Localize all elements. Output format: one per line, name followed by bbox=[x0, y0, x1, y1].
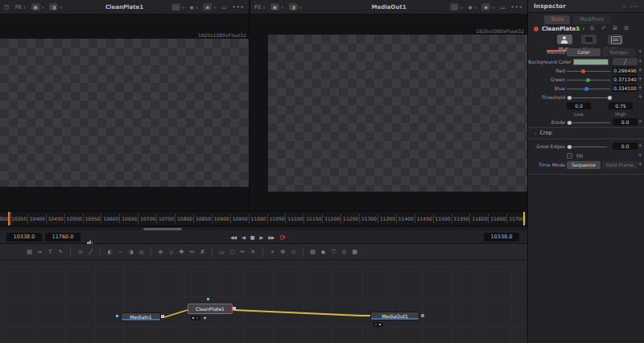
threshold-high-field[interactable]: 0.75 bbox=[609, 102, 633, 110]
playhead[interactable] bbox=[8, 212, 10, 225]
option-dropdown[interactable]: ▪∨ bbox=[203, 3, 217, 10]
lock-icon[interactable]: ⊠ bbox=[613, 25, 617, 31]
node-editor[interactable]: MediaIn1 CleanPlate1 MediaOut1 ▾ bbox=[0, 260, 527, 343]
renderer-3d-tool-icon[interactable]: ▦ bbox=[351, 247, 359, 257]
erode-value-field[interactable]: 0.0 bbox=[613, 118, 638, 126]
blue-slider[interactable] bbox=[567, 89, 610, 89]
node-color-indicator[interactable] bbox=[576, 27, 580, 31]
cleanplate1-expand-icon[interactable]: ▾ bbox=[204, 316, 206, 320]
time-mode-sequence-button[interactable]: Sequence bbox=[567, 161, 601, 169]
shape-3d-tool-icon[interactable]: ◆ bbox=[320, 247, 328, 257]
mediain1-output-port[interactable] bbox=[161, 315, 164, 318]
mediaout1-viewer-indicator[interactable] bbox=[373, 322, 383, 327]
render-range-end-field[interactable]: 11760.0 bbox=[45, 233, 80, 242]
inspector-menu-icon[interactable]: ••• bbox=[630, 3, 638, 9]
polygon-mask-tool-icon[interactable]: ✏ bbox=[239, 247, 247, 257]
zoom-fit-dropdown[interactable]: Fit∨ bbox=[15, 4, 27, 10]
expand-arrow-icon[interactable]: › bbox=[567, 59, 568, 64]
green-slider-handle[interactable] bbox=[586, 78, 590, 82]
expand-viewer-button[interactable]: ▭ bbox=[500, 4, 506, 10]
keyframe-plus-icon[interactable]: + bbox=[638, 118, 642, 125]
loop-button[interactable]: ⟳ bbox=[279, 233, 286, 242]
node-enable-toggle[interactable] bbox=[534, 27, 539, 31]
grow-edges-slider[interactable] bbox=[567, 147, 607, 147]
erode-slider-handle[interactable] bbox=[568, 121, 572, 125]
threshold-low-handle[interactable] bbox=[568, 96, 572, 100]
camera-3d-tool-icon[interactable]: ⊙ bbox=[341, 247, 349, 257]
mediaout1-output-port[interactable] bbox=[421, 314, 424, 317]
render-range-end-marker[interactable] bbox=[523, 212, 525, 225]
chevron-down-icon[interactable]: ∨ bbox=[582, 26, 585, 31]
erode-slider[interactable] bbox=[567, 122, 610, 123]
edit-icon[interactable]: ✐ bbox=[601, 25, 606, 31]
text-tool-icon[interactable]: T bbox=[47, 247, 55, 257]
timeline-ruler[interactable]: 1030010350104001045010500105501060010650… bbox=[0, 212, 527, 226]
transform-tool-icon[interactable]: ✚ bbox=[178, 247, 186, 257]
node-cleanplate1[interactable]: CleanPlate1 bbox=[188, 304, 233, 314]
blur-tool-icon[interactable]: ◎ bbox=[138, 247, 146, 257]
viewer-right-canvas[interactable] bbox=[268, 35, 527, 192]
green-value-field[interactable]: 0.371340 bbox=[613, 76, 638, 83]
keyframe-plus-icon[interactable]: + bbox=[638, 143, 642, 149]
viewer-layout-icon[interactable]: ◫ bbox=[4, 4, 10, 10]
red-slider-handle[interactable] bbox=[581, 69, 585, 73]
color-swatch[interactable] bbox=[573, 59, 609, 65]
keyframe-plus-icon[interactable]: + bbox=[638, 152, 642, 159]
delta-keyer-tool-icon[interactable]: ◇ bbox=[290, 247, 298, 257]
channel-dropdown[interactable]: ▢∨ bbox=[171, 3, 185, 10]
fastnoise-tool-icon[interactable]: ≈ bbox=[36, 247, 44, 257]
tab-modifiers[interactable]: Modifiers bbox=[573, 15, 610, 24]
method-ranges-button[interactable]: Ranges bbox=[602, 48, 636, 56]
image-plane-3d-tool-icon[interactable]: ▤ bbox=[309, 247, 317, 257]
lut-dropdown[interactable]: ◉∨ bbox=[189, 4, 198, 10]
tab-tools[interactable]: Tools bbox=[544, 15, 570, 24]
goto-start-button[interactable]: ◀◀ bbox=[230, 234, 236, 240]
ellipse-mask-tool-icon[interactable]: ○ bbox=[229, 247, 237, 257]
node-mediaout1[interactable]: MediaOut1 bbox=[370, 312, 419, 320]
keyframe-plus-icon[interactable]: + bbox=[638, 76, 642, 82]
stop-button[interactable]: ■ bbox=[250, 234, 254, 240]
time-speed-tool-icon[interactable]: ◷ bbox=[76, 247, 85, 257]
split-view-dropdown[interactable]: ◨∨ bbox=[49, 3, 63, 10]
planar-tracker-tool-icon[interactable]: ✜ bbox=[279, 247, 287, 257]
option-dropdown[interactable]: ▪∨ bbox=[481, 3, 495, 10]
grow-edges-value-field[interactable]: 0.0 bbox=[613, 143, 638, 150]
viewer-options-menu[interactable]: ••• bbox=[511, 4, 523, 10]
play-reverse-button[interactable]: ◀ bbox=[242, 234, 245, 240]
crop-section-header[interactable]: ›Crop bbox=[528, 130, 644, 138]
blue-slider-handle[interactable] bbox=[584, 87, 588, 91]
expand-viewer-button[interactable]: ▭ bbox=[221, 4, 228, 10]
crop-tool-icon[interactable]: # bbox=[199, 247, 207, 257]
hue-curves-tool-icon[interactable]: ~ bbox=[117, 247, 125, 257]
blue-value-field[interactable]: 0.334100 bbox=[613, 85, 638, 92]
viewer-options-menu[interactable]: ••• bbox=[233, 4, 245, 10]
keyframe-plus-icon[interactable]: + bbox=[638, 85, 642, 91]
keyframe-plus-icon[interactable]: + bbox=[638, 93, 642, 100]
green-slider[interactable] bbox=[567, 80, 610, 81]
paint-tool-icon[interactable]: ✎ bbox=[57, 247, 65, 257]
rectangle-mask-tool-icon[interactable]: ▭ bbox=[218, 247, 226, 257]
red-value-field[interactable]: 0.296496 bbox=[613, 67, 638, 74]
merge-tool-icon[interactable]: ⊕ bbox=[157, 247, 165, 257]
goto-end-button[interactable]: ▶▶ bbox=[268, 234, 274, 240]
copy-icon[interactable]: ⧉ bbox=[590, 25, 594, 31]
keyframe-plus-icon[interactable]: + bbox=[638, 48, 642, 55]
keyframe-plus-icon[interactable]: + bbox=[638, 161, 642, 167]
buffer-dropdown[interactable]: ▣∨ bbox=[270, 3, 284, 10]
buffer-dropdown[interactable]: ▣∨ bbox=[31, 3, 45, 10]
cleanplate1-viewer-indicator[interactable] bbox=[190, 316, 200, 320]
threshold-slider[interactable] bbox=[567, 97, 610, 98]
settings-box-icon[interactable]: ⊞ bbox=[624, 25, 629, 31]
bspline-mask-tool-icon[interactable]: ✕ bbox=[250, 247, 258, 257]
red-slider[interactable] bbox=[567, 71, 610, 72]
zoom-fit-dropdown[interactable]: Fit∨ bbox=[254, 4, 266, 10]
grow-edges-handle[interactable] bbox=[568, 145, 572, 149]
merge-3d-tool-icon[interactable]: ▽ bbox=[330, 247, 338, 257]
color-corrector-tool-icon[interactable]: ◐ bbox=[106, 247, 114, 257]
split-view-dropdown[interactable]: ◨∨ bbox=[289, 3, 303, 10]
current-frame-field[interactable]: 10338.0 bbox=[484, 233, 519, 242]
threshold-low-field[interactable]: 0.0 bbox=[567, 102, 591, 110]
color-picker-button[interactable]: ╱ bbox=[613, 58, 638, 65]
play-button[interactable]: ▶ bbox=[260, 234, 263, 240]
color-curves-tool-icon[interactable]: ╱ bbox=[87, 247, 95, 257]
